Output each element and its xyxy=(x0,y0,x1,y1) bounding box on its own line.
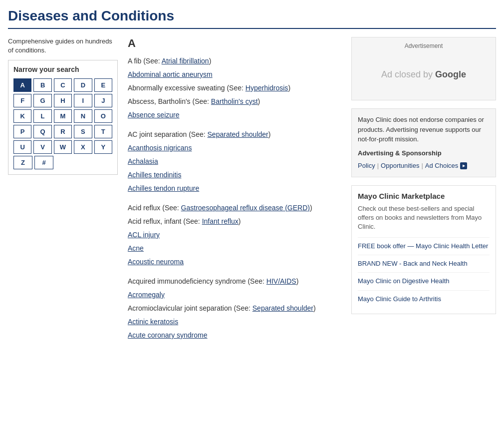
right-sidebar: Advertisement Ad closed by Google Mayo C… xyxy=(351,37,496,314)
left-sidebar: Comprehensive guides on hundreds of cond… xyxy=(8,37,118,175)
alpha-letter-a[interactable]: A xyxy=(13,78,31,92)
condition-link[interactable]: ACL injury xyxy=(128,231,160,239)
condition-link[interactable]: Acanthosis nigricans xyxy=(128,144,192,152)
condition-link[interactable]: Hyperhidrosis xyxy=(246,84,288,92)
condition-link[interactable]: Bartholin's cyst xyxy=(211,97,258,105)
list-item: Acanthosis nigricans xyxy=(128,143,341,153)
narrow-search-box: Narrow your search ABCDEFGHIJKLMNOPQRSTU… xyxy=(8,60,118,175)
section-letter: A xyxy=(128,37,341,50)
ad-links: Policy | Opportunities | Ad Choices xyxy=(358,161,490,171)
alpha-letter-q[interactable]: Q xyxy=(33,125,51,138)
condition-group-2: Acid reflux (See: Gastroesophageal reflu… xyxy=(128,203,341,267)
alpha-letter-n[interactable]: N xyxy=(74,109,92,123)
list-item: Acute coronary syndrome xyxy=(128,330,341,341)
condition-link[interactable]: Infant reflux xyxy=(202,217,239,225)
condition-link[interactable]: Achilles tendon rupture xyxy=(128,184,199,192)
list-item: Acoustic neuroma xyxy=(128,257,341,267)
ad-closed-text: Ad closed by Google xyxy=(357,54,491,95)
marketplace-box: Mayo Clinic Marketplace Check out these … xyxy=(351,185,496,314)
alpha-letter-i[interactable]: I xyxy=(74,94,92,107)
marketplace-link[interactable]: Mayo Clinic Guide to Arthritis xyxy=(358,290,490,308)
policy-link[interactable]: Policy xyxy=(358,161,375,171)
list-item: Acid reflux (See: Gastroesophageal reflu… xyxy=(128,203,341,213)
marketplace-link[interactable]: FREE book offer — Mayo Clinic Health Let… xyxy=(358,237,490,255)
alpha-letter-t[interactable]: T xyxy=(94,125,112,138)
alpha-letter-w[interactable]: W xyxy=(54,140,72,154)
ad-choices-icon xyxy=(460,162,467,169)
list-item: ACL injury xyxy=(128,230,341,240)
list-item: Absence seizure xyxy=(128,110,341,120)
condition-link[interactable]: Achalasia xyxy=(128,157,158,165)
list-item: Acne xyxy=(128,243,341,254)
list-item: AC joint separation (See: Separated shou… xyxy=(128,129,341,140)
alpha-letter-z[interactable]: Z xyxy=(13,156,32,169)
alpha-letter-m[interactable]: M xyxy=(54,109,72,123)
marketplace-link[interactable]: BRAND NEW - Back and Neck Health xyxy=(358,255,490,272)
alpha-letter-c[interactable]: C xyxy=(54,78,72,92)
marketplace-links: FREE book offer — Mayo Clinic Health Let… xyxy=(358,237,490,308)
alpha-letter-g[interactable]: G xyxy=(33,94,51,107)
alpha-letter-o[interactable]: O xyxy=(94,109,112,123)
alpha-letter-x[interactable]: X xyxy=(74,140,92,154)
disclaimer-text: Mayo Clinic does not endorse companies o… xyxy=(358,115,490,144)
marketplace-title: Mayo Clinic Marketplace xyxy=(358,192,490,200)
list-item: Actinic keratosis xyxy=(128,317,341,327)
condition-link[interactable]: Separated shoulder xyxy=(252,304,313,312)
marketplace-description: Check out these best-sellers and special… xyxy=(358,204,490,232)
condition-group-3: Acquired immunodeficiency syndrome (See:… xyxy=(128,276,341,341)
ad-choices-link[interactable]: Ad Choices xyxy=(425,161,458,171)
condition-link[interactable]: Acute coronary syndrome xyxy=(128,331,208,339)
condition-link[interactable]: Achilles tendinitis xyxy=(128,171,181,179)
ad-sponsor-title: Advertising & Sponsorship xyxy=(358,148,490,158)
narrow-search-title: Narrow your search xyxy=(13,65,112,73)
list-item: Achilles tendinitis xyxy=(128,170,341,180)
alpha-letter-b[interactable]: B xyxy=(33,78,51,92)
alpha-letter-v[interactable]: V xyxy=(33,140,51,154)
conditions-list: A fib (See: Atrial fibrillation)Abdomina… xyxy=(128,56,341,341)
page-title: Diseases and Conditions xyxy=(8,0,496,29)
alpha-letter-r[interactable]: R xyxy=(54,125,72,138)
alphabet-grid: ABCDEFGHIJKLMNOPQRSTUVWXY xyxy=(13,78,112,154)
condition-link[interactable]: Separated shoulder xyxy=(208,130,268,138)
list-item: Acromegaly xyxy=(128,290,341,300)
advertisement-box: Advertisement Ad closed by Google xyxy=(351,37,496,100)
condition-link[interactable]: Gastroesophageal reflux disease (GERD) xyxy=(181,204,310,212)
alpha-letter-p[interactable]: P xyxy=(13,125,31,138)
condition-link[interactable]: Acromegaly xyxy=(128,291,165,299)
list-item: Achilles tendon rupture xyxy=(128,183,341,194)
condition-link[interactable]: Absence seizure xyxy=(128,111,180,119)
list-item: A fib (See: Atrial fibrillation) xyxy=(128,56,341,66)
list-item: Achalasia xyxy=(128,156,341,167)
list-item: Abscess, Bartholin's (See: Bartholin's c… xyxy=(128,96,341,107)
ad-disclaimer-box: Mayo Clinic does not endorse companies o… xyxy=(351,108,496,177)
condition-group-0: A fib (See: Atrial fibrillation)Abdomina… xyxy=(128,56,341,120)
list-item: Abnormally excessive sweating (See: Hype… xyxy=(128,83,341,93)
alpha-letter-l[interactable]: L xyxy=(33,109,51,123)
alpha-letter-j[interactable]: J xyxy=(94,94,112,107)
condition-link[interactable]: Abdominal aortic aneurysm xyxy=(128,70,213,78)
condition-link[interactable]: Acoustic neuroma xyxy=(128,258,184,266)
alpha-letter-f[interactable]: F xyxy=(13,94,31,107)
alpha-letter-h[interactable]: H xyxy=(54,94,72,107)
opportunities-link[interactable]: Opportunities xyxy=(381,161,419,171)
list-item: Abdominal aortic aneurysm xyxy=(128,69,341,80)
condition-link[interactable]: Actinic keratosis xyxy=(128,318,178,326)
alpha-letter-d[interactable]: D xyxy=(74,78,92,92)
condition-link[interactable]: Acne xyxy=(128,244,144,252)
sidebar-description: Comprehensive guides on hundreds of cond… xyxy=(8,37,118,55)
alpha-letter-k[interactable]: K xyxy=(13,109,31,123)
condition-group-1: AC joint separation (See: Separated shou… xyxy=(128,129,341,194)
list-item: Acquired immunodeficiency syndrome (See:… xyxy=(128,276,341,287)
list-item: Acid reflux, infant (See: Infant reflux) xyxy=(128,216,341,227)
alpha-letter-e[interactable]: E xyxy=(94,78,112,92)
list-item: Acromioclavicular joint separation (See:… xyxy=(128,303,341,314)
alpha-letter-u[interactable]: U xyxy=(13,140,31,154)
alpha-letter-y[interactable]: Y xyxy=(94,140,112,154)
alpha-letter-s[interactable]: S xyxy=(74,125,92,138)
alpha-letter-hash[interactable]: # xyxy=(34,156,53,169)
marketplace-link[interactable]: Mayo Clinic on Digestive Health xyxy=(358,272,490,290)
condition-link[interactable]: HIV/AIDS xyxy=(266,277,296,285)
ad-label: Advertisement xyxy=(357,42,491,49)
condition-link[interactable]: Atrial fibrillation xyxy=(162,57,209,65)
main-content: A A fib (See: Atrial fibrillation)Abdomi… xyxy=(128,37,341,350)
